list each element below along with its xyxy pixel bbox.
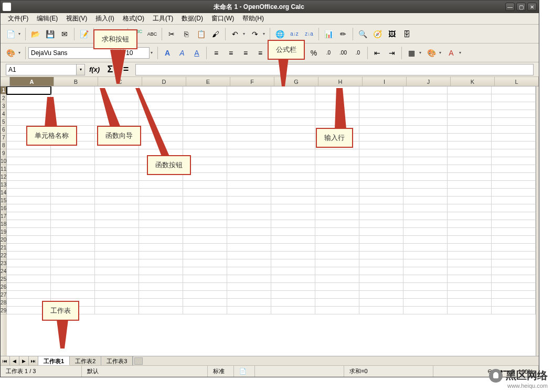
cell[interactable] (51, 204, 95, 212)
cell[interactable] (359, 126, 403, 134)
cell[interactable] (271, 86, 315, 94)
row-header[interactable]: 23 (1, 259, 7, 267)
cell[interactable] (448, 197, 492, 204)
cell[interactable] (448, 141, 492, 149)
cell[interactable] (227, 267, 271, 275)
row-header[interactable]: 28 (1, 299, 7, 307)
cell[interactable] (183, 126, 227, 134)
column-header[interactable]: B (54, 77, 98, 86)
cell[interactable] (315, 118, 359, 126)
cell[interactable] (183, 134, 227, 141)
row-header[interactable]: 16 (1, 204, 7, 212)
datasources-icon[interactable]: 🗄 (400, 27, 413, 41)
font-name-dropdown-icon[interactable]: ▾ (113, 50, 118, 55)
cell[interactable] (359, 197, 403, 204)
cell[interactable] (271, 204, 315, 212)
cell[interactable] (448, 259, 492, 267)
bold-icon[interactable]: A (161, 46, 174, 60)
cell[interactable] (139, 86, 183, 94)
align-right-icon[interactable]: ≡ (239, 46, 252, 60)
cell[interactable] (227, 275, 271, 283)
cell[interactable] (271, 220, 315, 228)
cell[interactable] (359, 157, 403, 165)
row-header[interactable]: 7 (1, 134, 7, 141)
cell[interactable] (315, 94, 359, 102)
add-decimal-icon[interactable]: .00 (336, 46, 350, 60)
cell[interactable] (359, 299, 403, 307)
cell[interactable] (315, 307, 359, 314)
cell[interactable] (139, 126, 183, 134)
edit-file-icon[interactable]: 📝 (77, 27, 91, 41)
cell[interactable] (315, 291, 359, 299)
cell[interactable] (315, 102, 359, 110)
cell[interactable] (139, 204, 183, 212)
cell[interactable] (448, 102, 492, 110)
cell[interactable] (359, 94, 403, 102)
cell[interactable] (95, 204, 139, 212)
sort-desc-icon[interactable]: z↓a (302, 27, 316, 41)
cell[interactable] (448, 134, 492, 141)
row-header[interactable]: 17 (1, 212, 7, 220)
menu-data[interactable]: 数据(D) (177, 13, 207, 24)
cell[interactable] (51, 102, 95, 110)
cell[interactable] (183, 141, 227, 149)
cell[interactable] (359, 212, 403, 220)
cell[interactable] (183, 94, 227, 102)
cell[interactable] (183, 110, 227, 118)
cell[interactable] (139, 267, 183, 275)
cell[interactable] (359, 110, 403, 118)
cell[interactable] (271, 94, 315, 102)
cell[interactable] (95, 118, 139, 126)
row-header[interactable]: 10 (1, 157, 7, 165)
cell[interactable] (492, 149, 536, 157)
cell[interactable] (359, 259, 403, 267)
cell[interactable] (359, 134, 403, 141)
cell[interactable] (95, 299, 139, 307)
cell[interactable] (492, 267, 536, 275)
cell[interactable] (7, 110, 51, 118)
cell[interactable] (7, 291, 51, 299)
cell[interactable] (183, 307, 227, 314)
cell[interactable] (7, 94, 51, 102)
cell[interactable] (183, 118, 227, 126)
cell[interactable] (448, 126, 492, 134)
cell[interactable] (271, 252, 315, 259)
cell[interactable] (183, 204, 227, 212)
cell[interactable] (51, 189, 95, 197)
underline-icon[interactable]: A (190, 46, 204, 60)
new-doc-dropdown-icon[interactable]: ▾ (18, 31, 23, 36)
cell[interactable] (315, 283, 359, 291)
cell[interactable] (51, 197, 95, 204)
cell[interactable] (492, 204, 536, 212)
column-header[interactable]: E (186, 77, 230, 86)
tab-first-icon[interactable]: ⏮ (1, 356, 10, 365)
column-header[interactable]: C (98, 77, 142, 86)
cell[interactable] (95, 244, 139, 252)
cell[interactable] (492, 283, 536, 291)
cell[interactable] (95, 157, 139, 165)
remove-decimal-icon[interactable]: .0 (351, 46, 365, 60)
redo-icon[interactable]: ↷ (248, 27, 262, 41)
cell[interactable] (448, 165, 492, 173)
cell[interactable] (359, 244, 403, 252)
cell[interactable] (227, 307, 271, 314)
decrease-indent-icon[interactable]: ⇤ (370, 46, 384, 60)
cell[interactable] (315, 244, 359, 252)
column-header[interactable]: L (495, 77, 539, 86)
cell[interactable] (95, 307, 139, 314)
cell[interactable] (7, 181, 51, 189)
cell[interactable] (492, 110, 536, 118)
cell[interactable] (492, 275, 536, 283)
undo-dropdown-icon[interactable]: ▾ (243, 31, 247, 36)
cell[interactable] (403, 307, 448, 314)
cell[interactable] (183, 283, 227, 291)
cell[interactable] (448, 283, 492, 291)
cell[interactable] (139, 283, 183, 291)
cell[interactable] (183, 197, 227, 204)
cell[interactable] (95, 110, 139, 118)
cell[interactable] (271, 244, 315, 252)
cell[interactable] (227, 212, 271, 220)
cell[interactable] (95, 259, 139, 267)
cell[interactable] (315, 173, 359, 181)
cell[interactable] (95, 283, 139, 291)
